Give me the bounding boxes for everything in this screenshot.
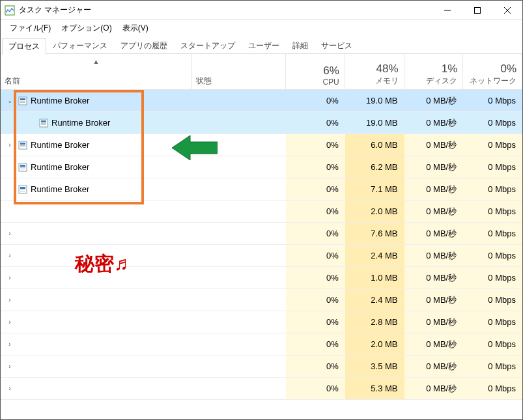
- svg-rect-23: [20, 189, 25, 190]
- table-row[interactable]: ›0%2.4 MB0 MB/秒0 Mbps: [1, 245, 522, 267]
- cell-name: Runtime Broker: [1, 178, 192, 200]
- cell-cpu: 0%: [286, 223, 345, 244]
- cell-status: [192, 178, 286, 200]
- process-table: ▲ 名前 状態 6% CPU 48% メモリ 1% ディスク 0% ネットワーク: [1, 54, 522, 400]
- cell-status: [192, 112, 286, 133]
- cell-name: Runtime Broker: [1, 156, 192, 178]
- col-status[interactable]: 状態: [192, 54, 286, 89]
- cell-name: ›: [1, 311, 192, 333]
- svg-rect-20: [20, 169, 25, 169]
- tab-6[interactable]: サービス: [315, 38, 359, 53]
- expand-toggle-icon[interactable]: ›: [5, 230, 15, 237]
- table-row[interactable]: ›0%7.6 MB0 MB/秒0 Mbps: [1, 223, 522, 245]
- table-row[interactable]: 0%2.0 MB0 MB/秒0 Mbps: [1, 201, 522, 223]
- cell-name: ›: [1, 356, 192, 377]
- window-controls: [432, 1, 522, 20]
- cell-mem: 7.1 MB: [345, 178, 404, 200]
- cell-cpu: 0%: [286, 289, 345, 311]
- svg-rect-11: [41, 123, 46, 124]
- cell-disk: 0 MB/秒: [404, 356, 464, 377]
- expand-toggle-icon[interactable]: ›: [5, 318, 15, 326]
- svg-rect-6: [20, 98, 25, 100]
- cell-net: 0 Mbps: [463, 112, 522, 133]
- cell-disk: 0 MB/秒: [404, 112, 464, 133]
- cell-status: [192, 267, 286, 288]
- cell-cpu: 0%: [286, 156, 345, 178]
- svg-rect-7: [20, 101, 25, 102]
- tab-4[interactable]: ユーザー: [242, 38, 286, 53]
- process-name: Runtime Broker: [51, 118, 110, 128]
- tab-1[interactable]: パフォーマンス: [46, 38, 114, 53]
- expand-toggle-icon[interactable]: ›: [5, 385, 15, 392]
- table-row[interactable]: ⌄Runtime Broker0%19.0 MB0 MB/秒0 Mbps: [1, 90, 522, 112]
- menu-options[interactable]: オプション(O): [56, 21, 117, 35]
- table-row[interactable]: Runtime Broker0%19.0 MB0 MB/秒0 Mbps: [1, 112, 522, 134]
- cell-net: 0 Mbps: [463, 289, 522, 311]
- tab-2[interactable]: アプリの履歴: [114, 38, 174, 53]
- cell-net: 0 Mbps: [463, 356, 522, 377]
- window-title: タスク マネージャー: [19, 5, 432, 16]
- process-icon: [18, 184, 28, 195]
- cell-mem: 1.0 MB: [345, 267, 404, 288]
- table-row[interactable]: ›0%2.8 MB0 MB/秒0 Mbps: [1, 311, 522, 333]
- cell-mem: 6.0 MB: [345, 134, 404, 156]
- cell-mem: 2.8 MB: [345, 311, 404, 333]
- cell-cpu: 0%: [286, 134, 345, 156]
- expand-toggle-icon[interactable]: ›: [5, 252, 15, 259]
- task-manager-window: タスク マネージャー ファイル(F) オプション(O) 表示(V) プロセスパフ…: [0, 0, 523, 420]
- svg-rect-10: [41, 120, 46, 122]
- expand-toggle-icon[interactable]: ›: [5, 341, 15, 348]
- cell-name: ›: [1, 289, 192, 311]
- col-network[interactable]: 0% ネットワーク: [463, 54, 522, 89]
- cell-disk: 0 MB/秒: [404, 178, 464, 200]
- table-row[interactable]: ›0%2.4 MB0 MB/秒0 Mbps: [1, 289, 522, 311]
- cell-mem: 19.0 MB: [345, 112, 404, 133]
- cell-net: 0 Mbps: [463, 134, 522, 156]
- cell-status: [192, 90, 286, 111]
- table-row[interactable]: Runtime Broker0%7.1 MB0 MB/秒0 Mbps: [1, 178, 522, 201]
- cell-net: 0 Mbps: [463, 333, 522, 355]
- col-cpu-label: CPU: [290, 77, 339, 87]
- cell-cpu: 0%: [286, 333, 345, 355]
- close-button[interactable]: [492, 1, 522, 20]
- menu-file[interactable]: ファイル(F): [5, 21, 56, 35]
- cell-disk: 0 MB/秒: [404, 311, 464, 333]
- col-memory[interactable]: 48% メモリ: [345, 54, 404, 89]
- table-row[interactable]: Runtime Broker0%6.2 MB0 MB/秒0 Mbps: [1, 156, 522, 178]
- expand-toggle-icon[interactable]: ›: [5, 141, 15, 148]
- menu-view[interactable]: 表示(V): [117, 21, 154, 35]
- table-row[interactable]: ›Runtime Broker0%6.0 MB0 MB/秒0 Mbps: [1, 134, 522, 156]
- cell-cpu: 0%: [286, 267, 345, 288]
- cell-disk: 0 MB/秒: [404, 201, 464, 222]
- minimize-button[interactable]: [432, 1, 462, 20]
- cell-disk: 0 MB/秒: [404, 245, 464, 266]
- col-network-label: ネットワーク: [467, 76, 516, 87]
- cell-name: Runtime Broker: [1, 112, 192, 133]
- col-name[interactable]: ▲ 名前: [1, 54, 192, 89]
- svg-rect-8: [20, 102, 25, 103]
- cell-mem: 7.6 MB: [345, 223, 404, 244]
- svg-rect-14: [20, 143, 25, 145]
- cell-net: 0 Mbps: [463, 378, 522, 399]
- process-icon: [18, 96, 28, 106]
- expand-toggle-icon[interactable]: ⌄: [5, 97, 15, 104]
- cell-mem: 2.0 MB: [345, 333, 404, 355]
- sort-indicator-icon: ▲: [93, 58, 100, 65]
- table-row[interactable]: ›0%3.5 MB0 MB/秒0 Mbps: [1, 356, 522, 378]
- expand-toggle-icon[interactable]: ›: [5, 274, 15, 281]
- tab-3[interactable]: スタートアップ: [174, 38, 242, 53]
- process-name: Runtime Broker: [31, 162, 89, 172]
- tab-0[interactable]: プロセス: [2, 38, 46, 54]
- col-disk[interactable]: 1% ディスク: [404, 54, 464, 89]
- cell-cpu: 0%: [286, 112, 345, 133]
- tab-5[interactable]: 詳細: [286, 38, 315, 53]
- table-row[interactable]: ›0%2.0 MB0 MB/秒0 Mbps: [1, 333, 522, 356]
- col-cpu[interactable]: 6% CPU: [286, 54, 345, 89]
- cell-net: 0 Mbps: [463, 223, 522, 244]
- expand-toggle-icon[interactable]: ›: [5, 296, 15, 303]
- expand-toggle-icon[interactable]: ›: [5, 363, 15, 370]
- col-disk-label: ディスク: [408, 76, 458, 87]
- table-row[interactable]: ›0%1.0 MB0 MB/秒0 Mbps: [1, 267, 522, 289]
- table-row[interactable]: ›0%5.3 MB0 MB/秒0 Mbps: [1, 378, 522, 400]
- maximize-button[interactable]: [462, 1, 492, 20]
